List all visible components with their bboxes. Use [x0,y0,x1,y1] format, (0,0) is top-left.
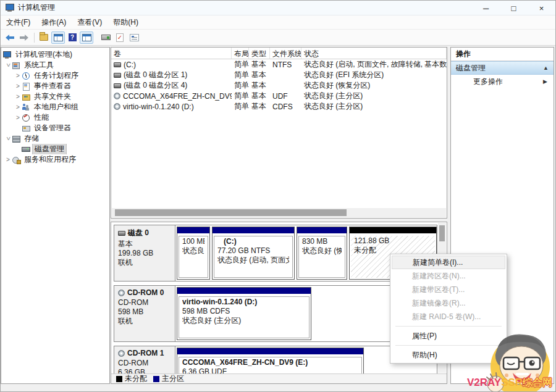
chevron-expanded-icon[interactable]: > [5,62,12,69]
partition-color-bar [213,227,294,233]
toolbar-separator [34,33,35,43]
volume-row[interactable]: CCCOMA_X64FRE_ZH-CN_DV9 (E:) 简单 基本 UDF 状… [111,91,447,101]
menu-help[interactable]: 帮助(H) [107,15,144,29]
tree-item-disk-management[interactable]: 磁盘管理 [1,144,109,154]
services-icon [12,156,20,164]
volume-row[interactable]: (磁盘 0 磁盘分区 4) 简单 基本 状态良好 (恢复分区) [111,80,447,91]
minimize-button[interactable]: ─ [472,1,500,15]
tree-item-shared-folders[interactable]: > 共享文件夹 [1,91,109,102]
column-header-status[interactable]: 状态 [301,48,447,59]
chevron-collapsed-icon[interactable]: > [14,72,22,79]
tree-item-services-applications[interactable]: > 服务和应用程序 [1,154,109,165]
volume-list: 卷 布局 类型 文件系统 状态 (C:) 简单 基本 NTFS 状态良好 (启动… [111,47,447,219]
action-check-icon[interactable]: ✓ [113,31,127,44]
event-viewer-icon [22,82,30,90]
chevron-collapsed-icon[interactable]: > [4,156,12,163]
local-users-icon [22,103,30,111]
menu-bar: 文件(F) 操作(A) 查看(V) 帮助(H) [1,15,555,30]
disk-volume-icon [114,73,121,78]
menu-item-help[interactable]: 帮助(H) [392,348,505,362]
toolbar: ? ✓ [1,30,555,46]
console-tree-panel: 计算机管理(本地) > 系统工具 > 任务计划程序 > 事件查看器 > 共享文件… [1,47,110,384]
computer-icon [3,51,11,59]
menu-separator [395,326,502,327]
menu-item-new-simple-volume[interactable]: 新建简单卷(I)... [392,256,505,269]
back-icon[interactable] [3,31,17,44]
partition-efi[interactable]: 100 MB 状态良好 [177,227,210,280]
tree-item-system-tools[interactable]: > 系统工具 [1,60,109,70]
menu-item-new-raid5-volume[interactable]: 新建 RAID-5 卷(W)... [392,310,505,323]
system-tools-icon [12,61,20,69]
partition-legend: 未分配 主分区 [111,373,447,383]
disk-row-cdrom0: CD-ROM 0 CD-ROM 598 MB 联机 virtio-win-0.1… [114,285,437,342]
menu-item-new-striped-volume[interactable]: 新建带区卷(T)... [392,283,505,296]
disk-volume-icon [114,62,121,67]
more-actions-item[interactable]: 更多操作 ▶ [451,75,554,88]
partition-color-bar [177,288,311,294]
legend-color-swatch [153,376,159,382]
horizontal-scrollbar[interactable] [112,208,446,217]
partition-d-drive[interactable]: virtio-win-0.1.240 (D:) 598 MB CDFS 状态良好… [177,287,311,340]
tree-item-event-viewer[interactable]: > 事件查看器 [1,81,109,91]
console-tree-icon[interactable] [51,31,65,44]
chevron-collapsed-icon[interactable]: > [14,114,22,121]
legend-color-swatch [116,376,122,382]
chevron-collapsed-icon[interactable]: > [14,104,22,111]
device-manager-icon [22,124,30,132]
storage-icon [12,135,20,143]
partition-color-bar [350,227,436,233]
menu-item-new-spanned-volume[interactable]: 新建跨区卷(N)... [392,269,505,283]
chevron-collapsed-icon[interactable]: > [14,93,22,100]
disk-management-icon [22,145,30,153]
menu-action[interactable]: 操作(A) [36,15,72,29]
computer-management-window: 计算机管理 ─ □ × 文件(F) 操作(A) 查看(V) 帮助(H) ? ✓ [0,0,556,392]
up-folder-icon[interactable] [37,31,51,44]
selected-tree-item: 磁盘管理 [32,144,67,154]
show-action-pane-icon[interactable] [80,31,93,44]
scrollbar-thumb[interactable] [439,225,445,241]
partition-color-bar [177,348,363,354]
collapse-arrow-icon[interactable]: ▲ [543,65,549,71]
tree-item-computer-management[interactable]: 计算机管理(本地) [1,49,109,60]
context-menu: 新建简单卷(I)... 新建跨区卷(N)... 新建带区卷(T)... 新建镜像… [390,254,507,364]
cdrom0-label[interactable]: CD-ROM 0 CD-ROM 598 MB 联机 [114,286,175,341]
menu-separator [395,345,502,346]
device-icon[interactable] [99,31,112,44]
column-header-type[interactable]: 类型 [249,48,270,59]
forward-icon[interactable] [17,31,31,44]
menu-view[interactable]: 查看(V) [72,15,107,29]
close-button[interactable]: × [528,1,555,15]
menu-item-new-mirrored-volume[interactable]: 新建镜像卷(R)... [392,296,505,310]
maximize-button[interactable]: □ [500,1,528,15]
column-header-layout[interactable]: 布局 [232,48,249,59]
tree-item-device-manager[interactable]: 设备管理器 [1,123,109,133]
scrollbar-thumb[interactable] [115,209,347,216]
volume-row[interactable]: (C:) 简单 基本 NTFS 状态良好 (启动, 页面文件, 故障转储, 基本… [111,59,447,70]
actions-section-disk-management[interactable]: 磁盘管理 ▲ [451,61,554,75]
tree-item-storage[interactable]: > 存储 [1,133,109,144]
menu-file[interactable]: 文件(F) [1,15,36,29]
column-header-volume[interactable]: 卷 [111,48,232,59]
actions-header: 操作 [451,48,554,61]
disk-icon [118,231,125,236]
volume-row[interactable]: virtio-win-0.1.240 (D:) 简单 基本 CDFS 状态良好 … [111,101,447,112]
app-icon [6,4,14,12]
cd-icon [118,350,125,357]
cd-volume-icon [114,103,120,110]
column-header-filesystem[interactable]: 文件系统 [270,48,301,59]
chevron-collapsed-icon[interactable]: > [14,83,22,90]
help-icon[interactable]: ? [65,31,79,44]
partition-color-bar [297,227,347,233]
tree-item-performance[interactable]: > 性能 [1,112,109,123]
properties-icon[interactable] [127,31,141,44]
disk0-label[interactable]: 磁盘 0 基本 199.98 GB 联机 [114,225,175,281]
partition-c-drive[interactable]: (C:) 77.20 GB NTFS 状态良好 (启动, 页面文件, [212,227,295,280]
partition-recovery[interactable]: 830 MB 状态良好 (恢 [297,227,347,280]
volume-row[interactable]: (磁盘 0 磁盘分区 1) 简单 基本 状态良好 (EFI 系统分区) [111,70,447,80]
menu-item-properties[interactable]: 属性(P) [392,329,505,343]
shared-folders-icon [22,93,30,101]
chevron-expanded-icon[interactable]: > [5,135,12,143]
tree-item-local-users[interactable]: > 本地用户和组 [1,102,109,112]
disk-row-disk0: 磁盘 0 基本 199.98 GB 联机 100 MB 状态良好 [114,225,437,281]
tree-item-task-scheduler[interactable]: > 任务计划程序 [1,70,109,81]
